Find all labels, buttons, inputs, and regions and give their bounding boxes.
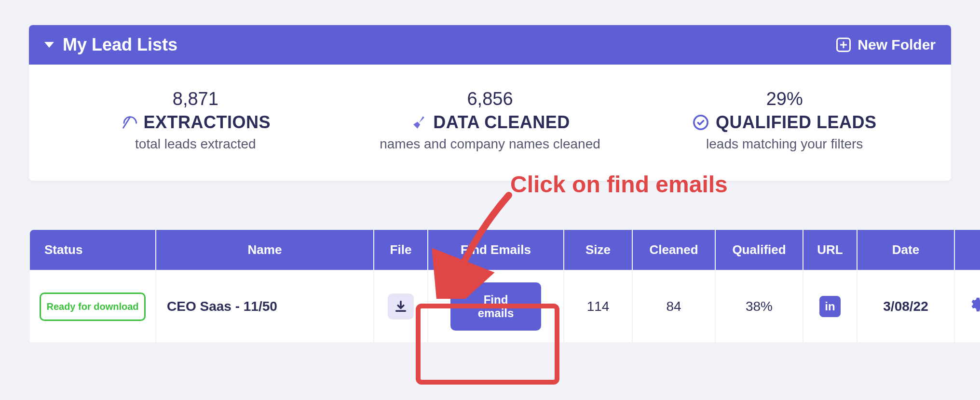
leads-table-wrap: Status Name File Find Emails Size Cleane… (29, 229, 951, 343)
annotation-text: Click on find emails (510, 171, 728, 198)
new-folder-label: New Folder (858, 37, 936, 53)
stat-qualified: 29% QUALIFIED LEADS leads matching your … (637, 89, 932, 152)
col-name[interactable]: Name (156, 230, 373, 270)
table-header-row: Status Name File Find Emails Size Cleane… (30, 230, 980, 270)
col-date[interactable]: Date (858, 230, 954, 270)
stat-qualified-label: QUALIFIED LEADS (716, 112, 877, 133)
stat-qualified-sub: leads matching your filters (637, 136, 932, 152)
gear-icon[interactable] (968, 298, 980, 316)
col-cleaned[interactable]: Cleaned (633, 230, 715, 270)
stat-cleaned: 6,856 DATA CLEANED names and company nam… (343, 89, 638, 152)
row-date: 3/08/22 (858, 271, 954, 342)
leads-table: Status Name File Find Emails Size Cleane… (29, 229, 980, 343)
pickaxe-icon (121, 114, 137, 131)
linkedin-icon[interactable]: in (819, 296, 841, 317)
col-status[interactable]: Status (30, 230, 155, 270)
col-size[interactable]: Size (564, 230, 632, 270)
download-file-button[interactable] (388, 293, 414, 320)
stat-extractions: 8,871 EXTRACTIONS total leads extracted (48, 89, 343, 152)
row-cleaned: 84 (633, 271, 715, 342)
check-circle-icon (693, 114, 709, 131)
row-size: 114 (564, 271, 632, 342)
panel-title: My Lead Lists (63, 35, 177, 55)
stat-extractions-label: EXTRACTIONS (144, 112, 271, 133)
lead-lists-panel: My Lead Lists New Folder 8,871 EXTRACTIO… (29, 25, 951, 181)
broom-icon (410, 114, 426, 131)
chevron-down-icon (44, 42, 54, 48)
col-url[interactable]: URL (803, 230, 857, 270)
stat-qualified-value: 29% (637, 89, 932, 109)
stat-cleaned-value: 6,856 (343, 89, 638, 109)
plus-square-icon (836, 38, 851, 52)
stat-extractions-sub: total leads extracted (48, 136, 343, 152)
find-emails-button[interactable]: Find emails (450, 282, 541, 331)
row-qualified: 38% (716, 271, 803, 342)
panel-title-toggle[interactable]: My Lead Lists (44, 35, 177, 55)
status-badge[interactable]: Ready for download (40, 293, 146, 321)
table-row: Ready for download CEO Saas - 11/50 Find… (30, 271, 980, 342)
col-qualified[interactable]: Qualified (716, 230, 803, 270)
panel-header: My Lead Lists New Folder (29, 25, 951, 65)
col-actions (955, 230, 980, 270)
col-find-emails[interactable]: Find Emails (428, 230, 563, 270)
stat-extractions-value: 8,871 (48, 89, 343, 109)
col-file[interactable]: File (374, 230, 427, 270)
stats-row: 8,871 EXTRACTIONS total leads extracted … (29, 65, 951, 181)
stat-cleaned-label: DATA CLEANED (433, 112, 570, 133)
row-name[interactable]: CEO Saas - 11/50 (156, 271, 373, 342)
new-folder-button[interactable]: New Folder (836, 37, 936, 53)
stat-cleaned-sub: names and company names cleaned (343, 136, 638, 152)
download-icon (394, 300, 408, 313)
